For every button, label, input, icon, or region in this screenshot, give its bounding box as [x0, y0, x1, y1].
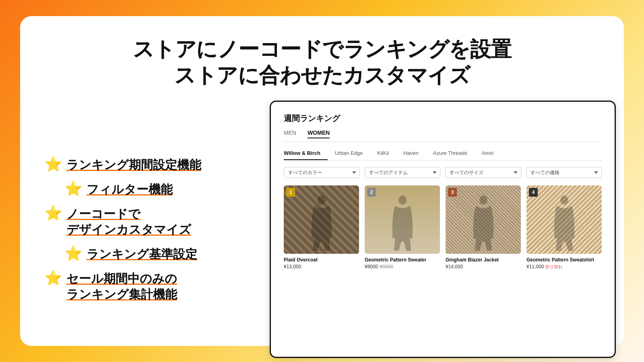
star-icon: ⭐ — [64, 246, 83, 261]
product-card-1[interactable]: 1Plaid Overcoat¥13,000 — [284, 185, 359, 270]
brand-tab-amiri[interactable]: Amiri — [475, 148, 501, 160]
product-name-2: Geometric Pattern Sweater — [365, 257, 440, 263]
price-original: ¥9000 — [380, 264, 393, 269]
brand-tab-azure-threads[interactable]: Azure Threads — [426, 148, 475, 160]
feature-item-feature-3: ⭐ノーコードで デザインカスタマイズ — [44, 206, 254, 237]
product-price-4: ¥11,000 売り切れ — [526, 264, 602, 270]
content: ⭐ランキング期間設定機能⭐フィルター機能⭐ノーコードで デザインカスタマイズ⭐ラ… — [44, 101, 600, 358]
product-image-3: 3 — [446, 185, 521, 254]
star-icon: ⭐ — [44, 206, 62, 220]
product-card-4[interactable]: 4Geometric Pattern Sweatshirt¥11,000 売り切… — [526, 185, 602, 270]
product-name-3: Gingham Blazer Jacket — [446, 257, 521, 263]
header: ストアにノーコードでランキングを設置 ストアに合わせたカスタマイズ — [44, 36, 600, 88]
price-value: ¥14,000 — [446, 264, 463, 269]
product-price-3: ¥14,000 — [446, 264, 521, 269]
brand-tab-haven[interactable]: Haven — [396, 148, 426, 160]
star-icon: ⭐ — [64, 181, 83, 196]
product-name-1: Plaid Overcoat — [284, 257, 359, 263]
feature-text: セール期間中のみの ランキング集計機能 — [66, 271, 177, 302]
product-figure-4 — [538, 192, 590, 254]
product-name-4: Geometric Pattern Sweatshirt — [526, 257, 602, 263]
feature-text: ノーコードで デザインカスタマイズ — [66, 206, 191, 237]
headline-line2: ストアに合わせたカスタマイズ — [174, 64, 470, 87]
product-image-4: 4 — [526, 185, 602, 254]
product-image-2: 2 — [365, 185, 440, 254]
filter-select-すべてのカラー[interactable]: すべてのカラー — [284, 167, 360, 178]
product-figure-2 — [376, 192, 429, 254]
product-card-3[interactable]: 3Gingham Blazer Jacket¥14,000 — [446, 185, 521, 270]
star-icon: ⭐ — [44, 271, 62, 285]
rank-badge-4: 4 — [529, 188, 538, 197]
feature-text: ランキング期間設定機能 — [66, 157, 201, 173]
brand-tab-urban-edge[interactable]: Urban Edge — [328, 148, 370, 160]
price-value: ¥8000 — [365, 264, 378, 269]
mockup-title: 週間ランキング — [284, 113, 602, 124]
price-sale-label: 売り切れ — [544, 264, 563, 269]
rank-badge-3: 3 — [448, 188, 457, 197]
feature-item-feature-1: ⭐ランキング期間設定機能 — [44, 157, 254, 173]
features-panel: ⭐ランキング期間設定機能⭐フィルター機能⭐ノーコードで デザインカスタマイズ⭐ラ… — [44, 101, 254, 358]
product-image-1: 1 — [284, 185, 359, 254]
gender-tab-women[interactable]: WOMEN — [308, 130, 330, 138]
feature-text: ランキング基準設定 — [87, 246, 197, 262]
mockup-wrapper: 週間ランキング MENWOMEN Willow & BirchUrban Edg… — [270, 101, 616, 358]
feature-item-feature-4: ⭐ランキング基準設定 — [44, 246, 254, 262]
gender-tab-men[interactable]: MEN — [284, 130, 296, 138]
product-figure-3 — [457, 192, 510, 254]
main-card: ストアにノーコードでランキングを設置 ストアに合わせたカスタマイズ ⭐ランキング… — [20, 16, 624, 346]
product-figure-1 — [295, 192, 348, 254]
gender-tabs: MENWOMEN — [284, 130, 602, 142]
product-price-2: ¥8000¥9000 — [365, 264, 440, 269]
rank-badge-1: 1 — [286, 188, 295, 197]
product-card-2[interactable]: 2Geometric Pattern Sweater¥8000¥9000 — [365, 185, 440, 270]
price-value: ¥11,000 — [526, 264, 544, 269]
filter-select-すべての価格[interactable]: すべての価格 — [526, 167, 602, 178]
brand-tab-kiikii[interactable]: KiiKii — [370, 148, 396, 160]
feature-item-feature-5: ⭐セール期間中のみの ランキング集計機能 — [44, 271, 254, 302]
brand-tabs: Willow & BirchUrban EdgeKiiKiiHavenAzure… — [284, 148, 602, 160]
feature-item-feature-2: ⭐フィルター機能 — [44, 181, 254, 197]
store-mockup: 週間ランキング MENWOMEN Willow & BirchUrban Edg… — [270, 101, 616, 358]
brand-tab-willow-&-birch[interactable]: Willow & Birch — [284, 148, 328, 160]
filters-row: すべてのカラーすべてのアイテムすべてのサイズすべての価格 — [284, 167, 602, 178]
star-icon: ⭐ — [44, 157, 62, 171]
product-price-1: ¥13,000 — [284, 264, 359, 269]
price-value: ¥13,000 — [284, 264, 301, 269]
headline-line1: ストアにノーコードでランキングを設置 — [133, 37, 512, 61]
headline: ストアにノーコードでランキングを設置 ストアに合わせたカスタマイズ — [44, 36, 600, 88]
rank-badge-2: 2 — [367, 188, 376, 197]
products-grid: 1Plaid Overcoat¥13,0002Geometric Pattern… — [284, 185, 602, 270]
filter-select-すべてのサイズ[interactable]: すべてのサイズ — [445, 167, 521, 178]
feature-text: フィルター機能 — [87, 181, 173, 197]
filter-select-すべてのアイテム[interactable]: すべてのアイテム — [365, 167, 441, 178]
